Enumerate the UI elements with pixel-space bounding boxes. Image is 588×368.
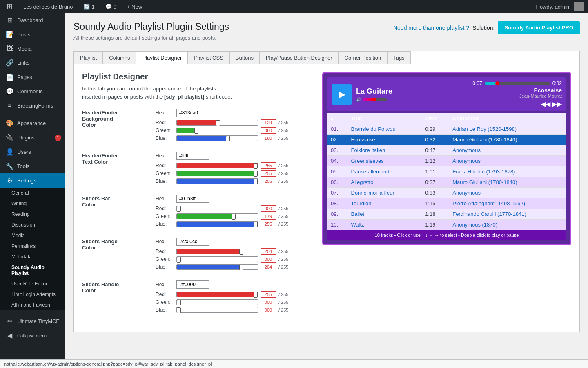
blue-slider-sliders-bar[interactable] [176,221,258,227]
sidebar-item-comments[interactable]: 💬 Comments [0,84,65,99]
sidebar-subitem-limit-login[interactable]: Limit Login Attempts [0,289,65,300]
hex-input-header-bg[interactable] [176,109,209,117]
sidebar-item-breezingforms[interactable]: ≡ BreezingForms [0,99,65,112]
sidebar-item-users[interactable]: 👤 Users [0,145,65,159]
sidebar-item-ultimate-tinymce[interactable]: ✏ Ultimate TinyMCE [0,314,65,328]
green-slider-sliders-handle[interactable] [176,299,258,305]
prev-track-button[interactable]: ◀◀ [541,100,550,108]
red-value-sliders-handle[interactable] [261,291,276,298]
player-right: 0:07 0:32 Ecossaise Jean-Maurice Mourat [472,81,562,108]
sidebar-item-appearance[interactable]: 🎨 Appearance [0,116,65,130]
hex-input-sliders-bar[interactable] [176,195,209,203]
sidebar-item-dashboard[interactable]: ⊞ Dashboard [0,13,65,27]
tab-bar: Playlist Columns Playlist Designer Playl… [74,51,580,64]
track-time: 0:32 [422,135,449,145]
blue-slider-header-text[interactable] [176,178,258,184]
table-row[interactable]: 02. Ecossaise 0:32 Mauro Giuliani (1780-… [327,135,566,145]
green-value-sliders-handle[interactable] [261,299,276,305]
sidebar-subitem-general[interactable]: General [0,188,65,198]
tab-playlist-designer[interactable]: Playlist Designer [136,51,188,64]
table-row[interactable]: 07. Donne-moi la fleur 0:33 Anonymous [327,188,566,198]
sidebar-item-media[interactable]: 🖼 Media [0,42,65,56]
red-slider-sliders-handle[interactable] [176,292,258,297]
tab-corner-position[interactable]: Corner Position [339,51,388,64]
table-row[interactable]: 05. Danse allemande 1:01 Franz Hünten (1… [327,166,566,177]
sidebar-item-settings[interactable]: ⚙ Settings [0,173,65,188]
user-avatar[interactable] [574,2,584,11]
volume-icon: 🔊 [356,97,361,102]
sidebar-subitem-reading[interactable]: Reading [0,209,65,220]
tab-playlist-css[interactable]: Playlist CSS [188,51,229,64]
red-slider-header-text[interactable] [176,163,258,168]
comments-icon[interactable]: 💬 0 [103,4,119,10]
blue-value-header-bg[interactable] [261,135,276,141]
sidebar-item-posts[interactable]: 📝 Posts [0,27,65,42]
green-slider-sliders-bar[interactable] [176,213,258,219]
blue-value-sliders-bar[interactable] [261,221,276,227]
green-slider-sliders-range[interactable] [176,256,258,262]
green-slider-header-text[interactable] [176,171,258,176]
hex-input-sliders-range[interactable] [176,238,209,246]
sidebar-subitem-metadata[interactable]: Metadata [0,251,65,262]
table-row[interactable]: 03. Folklore italien 0:47 Anonymous [327,145,566,156]
sidebar-subitem-writing[interactable]: Writing [0,198,65,209]
sidebar-item-pages[interactable]: 📄 Pages [0,70,65,84]
red-value-sliders-range[interactable] [261,248,276,255]
updates-icon[interactable]: 🔄 1 [81,4,97,10]
new-content-button[interactable]: + New [125,4,145,10]
color-controls-sliders-bar: Hex: Red: / 255 [156,195,310,229]
table-row[interactable]: 08. Tourdion 1:15 Pierre Attaingnant (14… [327,198,566,209]
collapse-menu-button[interactable]: ◀ Collapse menu [0,328,65,343]
hex-input-header-text[interactable] [176,152,209,160]
sidebar-subitem-user-role-editor[interactable]: User Role Editor [0,278,65,289]
progress-bar[interactable] [485,82,550,85]
play-button[interactable]: ▶ [332,84,352,105]
table-row[interactable]: 04. Greensleeves 1:12 Anonymous [327,156,566,166]
sidebar-subitem-permalinks[interactable]: Permalinks [0,241,65,251]
track-num: 07. [327,188,348,198]
table-row[interactable]: 01. Bransle du Poitcou 0:29 Adrian Le Ro… [327,124,566,135]
table-row[interactable]: 10. Waltz 1:19 Anonymous (1870) [327,220,566,230]
sidebar-sep-2 [0,312,65,312]
tab-buttons[interactable]: Buttons [229,51,260,64]
green-value-header-text[interactable] [261,170,276,177]
tab-play-pause-designer[interactable]: Play/Pause Button Designer [260,51,339,64]
sidebar-item-plugins[interactable]: 🔌 Plugins 1 [0,130,65,145]
blue-slider-sliders-handle[interactable] [176,307,258,313]
sidebar-item-links[interactable]: 🔗 Links [0,56,65,70]
promo-pro-button[interactable]: Soundy Audio Playlist PRO [498,21,580,34]
tab-tags[interactable]: Tags [387,51,410,64]
table-row[interactable]: 06. Allegretto 0:37 Mauro Giuliani (1780… [327,177,566,188]
volume-bar[interactable] [363,98,387,101]
red-value-header-bg[interactable] [261,119,276,126]
hex-input-sliders-handle[interactable] [176,280,209,289]
next-track-button[interactable]: ▶▶ [552,100,562,108]
green-value-sliders-bar[interactable] [261,213,276,220]
red-value-sliders-bar[interactable] [261,205,276,212]
sidebar-subitem-media[interactable]: Media [0,230,65,241]
playlist-footer: 10 tracks • Click or use ↑ ↓ ← → to sele… [327,230,566,240]
green-value-sliders-range[interactable] [261,256,276,263]
wp-logo[interactable]: ⊞ [4,2,15,11]
red-slider-header-bg[interactable] [176,120,258,126]
sidebar-subitem-soundy[interactable]: Soundy Audio Playlist [0,262,65,278]
table-row[interactable]: 09. Ballet 1:18 Ferdinando Carulli (1770… [327,209,566,220]
blue-slider-header-bg[interactable] [176,135,258,141]
blue-value-sliders-range[interactable] [261,264,276,270]
red-slider-sliders-bar[interactable] [176,206,258,211]
blue-value-header-text[interactable] [261,178,276,184]
sidebar-subitem-discussion[interactable]: Discussion [0,220,65,230]
sidebar-item-tools[interactable]: 🔧 Tools [0,159,65,173]
red-value-header-text[interactable] [261,162,276,169]
sidebar-subitem-all-in-one-favicon[interactable]: All in one Favicon [0,300,65,310]
tab-columns[interactable]: Columns [103,51,136,64]
red-slider-sliders-range[interactable] [176,249,258,254]
site-name[interactable]: Les délices de Bruno [21,4,75,10]
green-value-header-bg[interactable] [261,127,276,134]
green-slider-header-bg[interactable] [176,128,258,133]
blue-value-sliders-handle[interactable] [261,307,276,313]
blue-slider-sliders-range[interactable] [176,264,258,270]
tab-playlist[interactable]: Playlist [74,51,103,64]
track-title-cell: Bransle du Poitcou [348,124,422,135]
designer-description: In this tab you can control the appearan… [82,85,310,101]
